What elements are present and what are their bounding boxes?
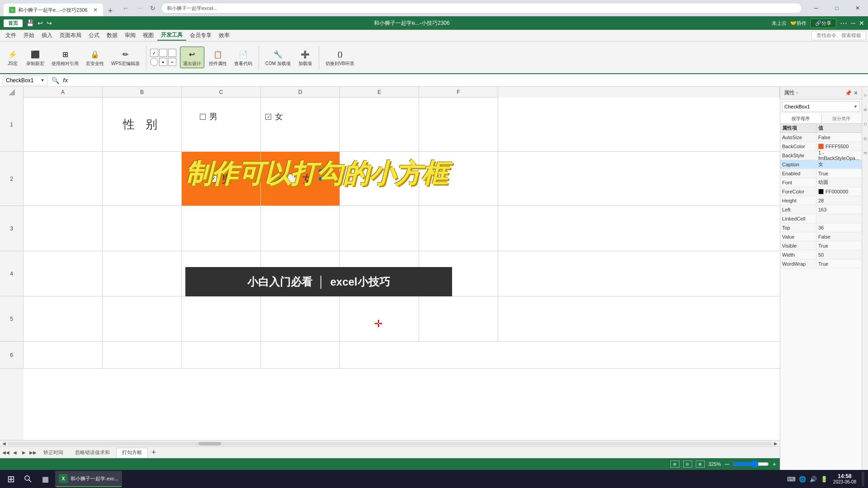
- cell-a1[interactable]: [24, 98, 103, 152]
- dash1-icon[interactable]: ═: [168, 58, 176, 66]
- home-button[interactable]: 首页: [4, 19, 23, 27]
- cell-a3[interactable]: [24, 206, 103, 251]
- menu-home[interactable]: 开始: [20, 31, 38, 40]
- cell-f2[interactable]: [419, 152, 498, 206]
- props-row-enabled[interactable]: Enabled True: [780, 169, 862, 178]
- props-row-top[interactable]: Top 36: [780, 223, 862, 232]
- formula-search-icon[interactable]: 🔍: [52, 77, 59, 84]
- props-row-height[interactable]: Height 28: [780, 196, 862, 205]
- props-row-width[interactable]: Width 50: [780, 250, 862, 259]
- cell-a5[interactable]: [24, 296, 103, 342]
- props-row-linkedcell[interactable]: LinkedCell: [780, 214, 862, 223]
- props-row-caption[interactable]: Caption 女: [780, 160, 862, 169]
- sheet-nav-next[interactable]: ▶: [20, 449, 28, 457]
- ribbon-btn-control-props[interactable]: 📋 控件属性: [206, 47, 230, 68]
- view-break-btn[interactable]: ⊠: [696, 460, 705, 468]
- tray-battery-icon[interactable]: 🔋: [820, 474, 829, 483]
- col-header-d[interactable]: D: [261, 87, 340, 98]
- cell-b2[interactable]: [103, 152, 182, 206]
- checkbox-female-1[interactable]: ✓ 女: [265, 111, 283, 122]
- design-handle-tr[interactable]: [319, 169, 322, 173]
- sheet-tab-2[interactable]: 忽略错误值求和: [70, 448, 115, 457]
- forward-button[interactable]: →: [134, 3, 145, 14]
- tray-keyboard-icon[interactable]: ⌨: [787, 474, 796, 483]
- cell-f5[interactable]: [419, 296, 498, 342]
- menu-insert[interactable]: 插入: [38, 31, 56, 40]
- vtab-5[interactable]: E: [862, 146, 868, 160]
- props-row-wordwrap[interactable]: WordWrap True: [780, 259, 862, 268]
- refresh-button[interactable]: ↻: [147, 3, 158, 14]
- zoom-slider[interactable]: [733, 460, 769, 468]
- chk-box-male-1[interactable]: [200, 114, 206, 120]
- minimize-button[interactable]: ─: [806, 1, 826, 15]
- taskbar-widgets[interactable]: ▦: [38, 472, 52, 486]
- ribbon-btn-record[interactable]: ⬛ 录制新宏: [24, 47, 47, 68]
- design-handle-mr[interactable]: [319, 177, 322, 181]
- co-edit[interactable]: 🤝协作: [790, 20, 807, 27]
- redo-icon[interactable]: ↪: [47, 19, 52, 27]
- zoom-minus-icon[interactable]: ─: [725, 460, 729, 468]
- cell-d2[interactable]: 女: [261, 152, 340, 206]
- cell-c4[interactable]: [182, 251, 261, 296]
- cell-c2[interactable]: ✓ 男: [182, 152, 261, 206]
- ribbon-btn-view-code[interactable]: 📄 查看代码: [231, 47, 255, 68]
- row-num-2[interactable]: 2: [0, 152, 24, 206]
- props-row-visible[interactable]: Visible True: [780, 241, 862, 250]
- props-row-font[interactable]: Font 幼圆: [780, 178, 862, 187]
- address-bar[interactable]: 和小狮子一起学excel...: [161, 3, 802, 14]
- formula-input-area[interactable]: [72, 75, 865, 85]
- props-row-autosize[interactable]: AutoSize False: [780, 133, 862, 142]
- props-tab-alpha[interactable]: 按字母序: [780, 114, 821, 123]
- col-header-f[interactable]: F: [419, 87, 498, 98]
- sheet-nav-first[interactable]: ◀◀: [2, 449, 10, 457]
- cell-e1[interactable]: [340, 98, 419, 152]
- row-num-1[interactable]: 1: [0, 98, 24, 152]
- menu-efficiency[interactable]: 效率: [215, 31, 233, 40]
- ribbon-btn-security[interactable]: 🔒 宏安全性: [83, 47, 107, 68]
- sheet-tab-active[interactable]: 打勾方框: [116, 448, 148, 458]
- cell-a2[interactable]: [24, 152, 103, 206]
- ribbon-btn-relative[interactable]: ⊞ 使用相对引用: [49, 47, 81, 68]
- close-button[interactable]: ✕: [847, 1, 868, 15]
- design-handle-tm[interactable]: [298, 169, 302, 173]
- h-scroll-thumb[interactable]: [198, 442, 221, 446]
- select-all-icon[interactable]: [9, 89, 15, 95]
- cell-d1[interactable]: ✓ 女: [261, 98, 340, 152]
- cell-b1[interactable]: 性 别: [103, 98, 182, 152]
- cell-d6[interactable]: [261, 342, 340, 369]
- cell-d3[interactable]: [261, 206, 340, 251]
- props-selector[interactable]: CheckBox1 ▼: [782, 101, 860, 112]
- panel-close-icon[interactable]: ✕: [859, 19, 864, 27]
- view-page-btn[interactable]: ⊟: [683, 460, 692, 468]
- scroll-right-btn[interactable]: ▶: [773, 441, 779, 446]
- col-header-c[interactable]: C: [182, 87, 261, 98]
- chk1-icon[interactable]: ✓: [150, 49, 158, 57]
- undo-icon[interactable]: ↩: [38, 19, 43, 27]
- cell-e2[interactable]: [340, 152, 419, 206]
- cell-c3[interactable]: [182, 206, 261, 251]
- maximize-button[interactable]: □: [826, 1, 847, 15]
- cell-f1[interactable]: [419, 98, 498, 152]
- ribbon-btn-com[interactable]: 🔧 COM 加载项: [263, 47, 293, 68]
- cell-b4[interactable]: [103, 251, 182, 296]
- col-header-b[interactable]: B: [103, 87, 182, 98]
- cell-d5[interactable]: [261, 296, 340, 342]
- share-button[interactable]: 🔗分享: [810, 19, 836, 28]
- row-num-6[interactable]: 6: [0, 342, 24, 369]
- cell-ref-dropdown-icon[interactable]: ▼: [40, 78, 45, 83]
- radio1-icon[interactable]: [150, 58, 158, 66]
- h-scroll-track[interactable]: [7, 442, 773, 446]
- cell-f3[interactable]: [419, 206, 498, 251]
- search-box[interactable]: 查找命令、搜索模板: [811, 31, 866, 40]
- cell-a4[interactable]: [24, 251, 103, 296]
- props-row-left[interactable]: Left 163: [780, 205, 862, 214]
- ribbon-btn-exit-design[interactable]: ↩ 退出设计: [180, 47, 204, 68]
- menu-formula[interactable]: 公式: [85, 31, 103, 40]
- menu-file[interactable]: 文件: [2, 31, 20, 40]
- chk3-icon[interactable]: [168, 49, 176, 57]
- row-num-4[interactable]: 4: [0, 251, 24, 296]
- menu-developer[interactable]: 开发工具: [157, 30, 186, 41]
- cell-c6[interactable]: [182, 342, 261, 369]
- cell-c1[interactable]: 男: [182, 98, 261, 152]
- cell-c5[interactable]: [182, 296, 261, 342]
